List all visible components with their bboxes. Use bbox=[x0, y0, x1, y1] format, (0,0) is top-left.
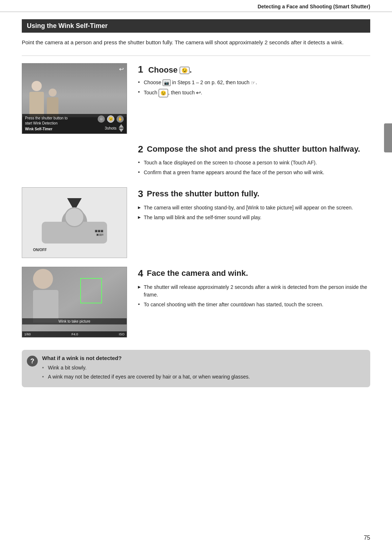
step-3-content: 3 Press the shutter button fully. The ca… bbox=[138, 187, 370, 224]
step-1-heading-row: 1 Choose 😉. bbox=[138, 64, 370, 75]
icon-1: ☺ bbox=[98, 115, 105, 123]
cam-line1: Press the shutter button to bbox=[25, 116, 68, 121]
step-3-bullet-2: The lamp will blink and the self-timer s… bbox=[138, 214, 370, 221]
step-3-row: ▣▣▣ ▣▤8 ON/OFF bbox=[22, 187, 370, 258]
step-4-heading-block: 4 Face the camera and wink. bbox=[138, 267, 370, 280]
header-title: Detecting a Face and Shooting (Smart Shu… bbox=[258, 4, 370, 9]
step-2-bullet-1: Touch a face displayed on the screen to … bbox=[138, 159, 370, 167]
iso: ISO bbox=[119, 332, 124, 336]
cam-info-bar: 1/60 F4.0 ISO bbox=[22, 331, 127, 337]
step-2-content: 2 Compose the shot and press the shutter… bbox=[138, 143, 370, 179]
main-content: Using the Wink Self-Timer Point the came… bbox=[0, 12, 392, 398]
step-2-heading-block: 2 Compose the shot and press the shutter… bbox=[138, 143, 370, 156]
step-1-image: ↩ Press the shutter button to start Wink… bbox=[22, 63, 127, 134]
shutter-button-group: ▣▣▣ ▣▤8 bbox=[42, 198, 107, 244]
info-box-content: What if a wink is not detected? Wink a b… bbox=[42, 355, 364, 382]
shutter-indicators: ▣▣▣ ▣▤8 bbox=[95, 229, 103, 236]
step-1-row: ↩ Press the shutter button to start Wink… bbox=[22, 63, 370, 134]
up-arrow bbox=[119, 124, 124, 128]
step-number-1: 1 bbox=[138, 64, 143, 75]
step-3-heading: Press the shutter button fully. bbox=[147, 189, 260, 198]
step-3-image: ▣▣▣ ▣▤8 ON/OFF bbox=[22, 187, 127, 258]
camera-screen-image: ↩ Press the shutter button to start Wink… bbox=[22, 64, 127, 134]
info-box: ? What if a wink is not detected? Wink a… bbox=[22, 350, 370, 387]
info-box-title: What if a wink is not detected? bbox=[42, 355, 364, 361]
cam-text-area: Press the shutter button to start Wink D… bbox=[25, 116, 68, 132]
shutter-circle bbox=[65, 207, 85, 227]
person-1 bbox=[29, 81, 44, 117]
step-1-bullet-2: Touch 😉, then touch ↩. bbox=[138, 89, 370, 97]
step-2-row: 2 Compose the shot and press the shutter… bbox=[22, 143, 370, 179]
steps-area: ↩ Press the shutter button to start Wink… bbox=[22, 63, 370, 347]
page-wrapper: Detecting a Face and Shooting (Smart Shu… bbox=[0, 0, 392, 552]
indicator-text-2: ▣▤8 bbox=[96, 233, 103, 236]
person-2 bbox=[47, 89, 58, 117]
icon-2: 😉 bbox=[107, 115, 114, 123]
page-header: Detecting a Face and Shooting (Smart Shu… bbox=[0, 0, 392, 12]
person3-head bbox=[33, 269, 53, 289]
body-1 bbox=[29, 92, 44, 117]
on-off-text: ON/OFF bbox=[33, 248, 47, 252]
step-2-bullet-2: Confirm that a green frame appears aroun… bbox=[138, 169, 370, 176]
step-3-heading-block: 3 Press the shutter button fully. bbox=[138, 188, 370, 200]
cam-right-area: ☺ 😉 ✋ 3shots bbox=[98, 115, 124, 132]
step-1-content: 1 Choose 😉. Choose 📷 in Steps 1 – 2 on p… bbox=[138, 63, 370, 100]
page-number: 75 bbox=[364, 535, 370, 541]
indicator-text-1: ▣▣▣ bbox=[95, 229, 103, 233]
head-1 bbox=[32, 81, 42, 91]
shots-label: 3shots bbox=[105, 126, 117, 130]
return-icon-overlay: ↩ bbox=[119, 66, 124, 73]
shutter-button-shape: ▣▣▣ ▣▤8 bbox=[42, 209, 107, 244]
step-4-bullets: The shutter will release approximately 2… bbox=[138, 283, 370, 308]
step-3-bullets: The camera will enter shooting stand-by,… bbox=[138, 204, 370, 221]
info-box-bullets: Wink a bit slowly. A wink may not be det… bbox=[42, 364, 364, 381]
step-4-heading: Face the camera and wink. bbox=[147, 269, 248, 278]
step-4-row: Wink to take picture 1/60 F4.0 ISO 4 Fac… bbox=[22, 267, 370, 338]
info-icon: ? bbox=[27, 356, 38, 367]
wink-icon-2: 😉 bbox=[159, 89, 168, 98]
step-4-image: Wink to take picture 1/60 F4.0 ISO bbox=[22, 267, 127, 338]
step-1-heading: Choose 😉. bbox=[148, 65, 192, 75]
shots-area: 3shots bbox=[105, 124, 124, 132]
camera-icon-inline: 📷 bbox=[163, 79, 171, 86]
step-2-heading: Compose the shot and press the shutter b… bbox=[147, 144, 360, 153]
section-title: Using the Wink Self-Timer bbox=[22, 19, 370, 33]
shutter-scene: ▣▣▣ ▣▤8 ON/OFF bbox=[22, 188, 127, 258]
return-arrow: ↩ bbox=[119, 66, 124, 72]
down-arrow bbox=[119, 128, 124, 132]
person-figures bbox=[29, 81, 58, 117]
icon-3: ✋ bbox=[117, 115, 124, 123]
step-4-content: 4 Face the camera and wink. The shutter … bbox=[138, 267, 370, 311]
info-bullet-1: Wink a bit slowly. bbox=[42, 364, 364, 372]
face-detection-scene: Wink to take picture 1/60 F4.0 ISO bbox=[22, 267, 127, 337]
camera-bottom-bar: Press the shutter button to start Wink D… bbox=[22, 114, 127, 134]
touch-icon-inline: ☞ bbox=[251, 79, 256, 85]
on-off-label: ON/OFF bbox=[33, 246, 47, 252]
step-number-2: 2 bbox=[138, 144, 143, 155]
wink-overlay-label: Wink to take picture bbox=[22, 318, 127, 324]
aperture: F4.0 bbox=[72, 332, 78, 336]
nav-arrows bbox=[119, 124, 124, 132]
cam-line2: start Wink Detection bbox=[25, 121, 68, 126]
section-tab bbox=[384, 123, 392, 152]
scene-background bbox=[22, 64, 127, 117]
img3-person bbox=[33, 269, 58, 323]
cam-label: Wink Self-Timer bbox=[25, 127, 68, 132]
wink-icon-1: 😉 bbox=[180, 67, 189, 74]
step-1-bullet-1: Choose 📷 in Steps 1 – 2 on p. 62, then t… bbox=[138, 79, 370, 87]
divider bbox=[22, 56, 370, 56]
info-bullet-2: A wink may not be detected if eyes are c… bbox=[42, 373, 364, 381]
step-2-bullets: Touch a face displayed on the screen to … bbox=[138, 159, 370, 176]
intro-paragraph: Point the camera at a person and press t… bbox=[22, 38, 370, 47]
cam-icons: ☺ 😉 ✋ bbox=[98, 115, 124, 123]
return-icon-inline: ↩ bbox=[196, 90, 201, 96]
step-1-bullets: Choose 📷 in Steps 1 – 2 on p. 62, then t… bbox=[138, 79, 370, 98]
person3-body bbox=[33, 290, 58, 323]
face-detection-box bbox=[80, 278, 102, 303]
step-number-3: 3 bbox=[138, 188, 143, 199]
step-3-bullet-1: The camera will enter shooting stand-by,… bbox=[138, 204, 370, 212]
head-2 bbox=[49, 89, 57, 97]
step-4-bullet-2: To cancel shooting with the timer after … bbox=[138, 301, 370, 308]
shutter-speed: 1/60 bbox=[24, 332, 31, 336]
step-4-bullet-1: The shutter will release approximately 2… bbox=[138, 283, 370, 299]
